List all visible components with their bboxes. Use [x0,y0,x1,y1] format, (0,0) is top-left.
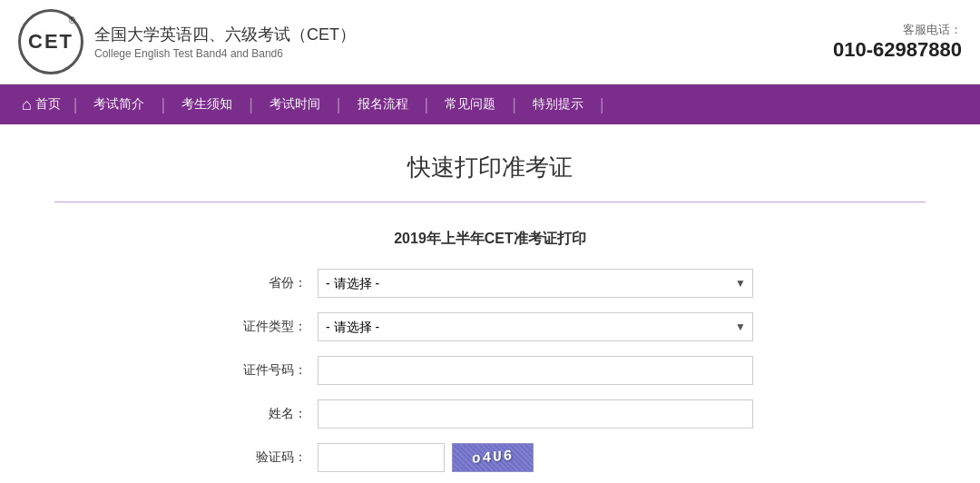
page-title: 快速打印准考证 [18,152,962,183]
page-header: CET 全国大学英语四、六级考试（CET） College English Te… [0,0,980,84]
nav-label-home: 首页 [35,96,61,113]
id-number-row: 证件号码： [227,356,753,385]
nav-item-tips[interactable]: 特别提示 [516,84,600,124]
form-subtitle: 2019年上半年CET准考证打印 [227,230,753,249]
id-number-input[interactable] [318,356,753,385]
title-divider [54,202,926,202]
logo-text: CET [28,30,74,54]
nav-item-time[interactable]: 考试时间 [253,84,337,124]
id-number-label: 证件号码： [227,362,318,379]
id-type-select[interactable]: - 请选择 - [318,312,753,341]
nav-label-process: 报名流程 [358,96,408,113]
captcha-image[interactable]: o4U6 [452,443,534,472]
main-nav: ⌂ 首页 | 考试简介 | 考生须知 | 考试时间 | 报名流程 | 常见问题 … [0,84,980,124]
phone-number: 010-62987880 [833,38,962,62]
nav-item-home[interactable]: ⌂ 首页 [9,84,74,124]
captcha-input[interactable] [318,443,445,472]
title-block: 全国大学英语四、六级考试（CET） College English Test B… [94,24,356,60]
province-row: 省份： - 请选择 - ▼ [227,269,753,298]
logo-area: CET 全国大学英语四、六级考试（CET） College English Te… [18,9,356,74]
main-content: 快速打印准考证 2019年上半年CET准考证打印 省份： - 请选择 - ▼ 证… [0,124,980,483]
id-type-row: 证件类型： - 请选择 - ▼ [227,312,753,341]
cet-logo: CET [18,9,83,74]
id-type-label: 证件类型： [227,319,318,335]
captcha-label: 验证码： [227,449,318,466]
province-select[interactable]: - 请选择 - [318,269,753,298]
site-title-cn: 全国大学英语四、六级考试（CET） [94,24,356,45]
province-select-wrapper: - 请选择 - ▼ [318,269,753,298]
nav-label-tips: 特别提示 [533,96,583,113]
province-label: 省份： [227,275,318,291]
nav-label-faq: 常见问题 [445,96,495,113]
nav-label-intro: 考试简介 [93,96,144,113]
name-input[interactable] [318,399,753,429]
contact-area: 客服电话： 010-62987880 [833,22,962,62]
captcha-wrapper: o4U6 [318,443,534,472]
id-type-select-wrapper: - 请选择 - ▼ [318,312,753,341]
nav-label-notice: 考生须知 [181,96,232,113]
home-icon: ⌂ [22,95,32,114]
nav-item-faq[interactable]: 常见问题 [428,84,512,124]
print-form-section: 2019年上半年CET准考证打印 省份： - 请选择 - ▼ 证件类型： - 请… [227,230,753,483]
nav-item-intro[interactable]: 考试简介 [77,84,161,124]
site-title-en: College English Test Band4 and Band6 [94,47,356,60]
nav-item-notice[interactable]: 考生须知 [165,84,249,124]
name-label: 姓名： [227,406,318,422]
nav-sep-7: | [600,96,604,113]
phone-label: 客服电话： [833,22,962,38]
name-row: 姓名： [227,399,753,429]
nav-label-time: 考试时间 [270,96,320,113]
captcha-row: 验证码： o4U6 [227,443,753,472]
nav-item-process[interactable]: 报名流程 [341,84,425,124]
